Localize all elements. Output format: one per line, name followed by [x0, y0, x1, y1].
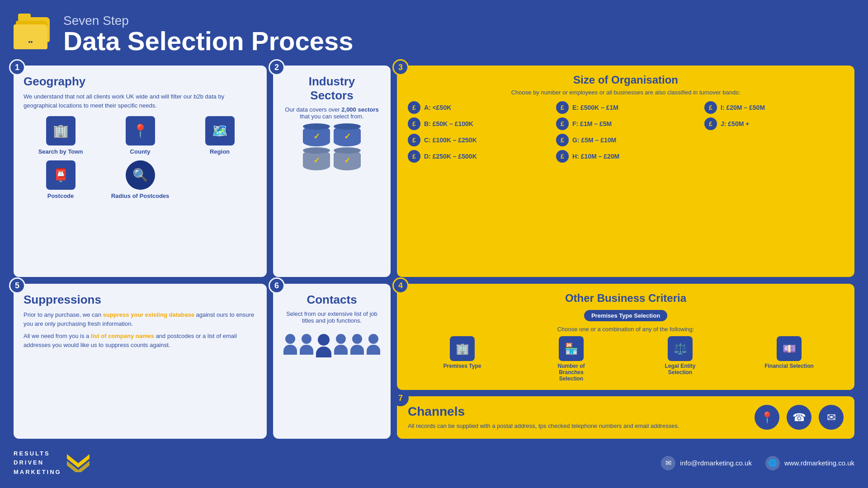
- email-text: info@rdmarketing.co.uk: [680, 459, 752, 467]
- person-6: [367, 334, 380, 357]
- size-label-c: C: £100K – £250K: [424, 136, 477, 144]
- size-e: £ E: £500K – £1M: [556, 101, 695, 114]
- footer-email: ✉ info@rdmarketing.co.uk: [661, 456, 752, 470]
- suppress-highlight: suppress your existing database: [103, 311, 194, 318]
- person-head-3: [318, 334, 330, 346]
- pound-h: £: [556, 150, 569, 163]
- footer-logo: RESULTSDRIVENMARKETING: [14, 449, 90, 477]
- industry-card: 2 IndustrySectors Our data covers over 2…: [273, 66, 391, 277]
- cylinder-4: [334, 150, 361, 170]
- size-label-i: I: £20M – £50M: [721, 104, 765, 111]
- size-f: £ F: £1M – £5M: [556, 117, 695, 130]
- geo-county: 📍 County: [103, 116, 177, 155]
- cylinder-2: [334, 126, 361, 146]
- db-icon-2: [334, 126, 361, 146]
- suppressions-title: Suppressions: [24, 293, 257, 307]
- pound-j: £: [704, 117, 717, 130]
- channels-text: Channels All records can be supplied wit…: [408, 404, 750, 431]
- criteria-legal: ⚖️ Legal Entity Selection: [656, 336, 705, 375]
- pound-d: £: [408, 150, 420, 163]
- pound-g: £: [556, 134, 569, 146]
- channel-phone-icon: ☎: [787, 405, 811, 430]
- step-2-badge: 2: [269, 59, 285, 75]
- website-text: www.rdmarketing.co.uk: [784, 459, 854, 467]
- geography-body: We understand that not all clients work …: [24, 92, 257, 110]
- database-icons: [303, 126, 361, 170]
- size-card: 3 Size of Organisation Choose by number …: [397, 66, 854, 277]
- person-body-2: [300, 345, 313, 355]
- contacts-title: Contacts: [307, 293, 357, 307]
- step-1-badge: 1: [9, 59, 25, 75]
- town-icon: 🏢: [46, 116, 75, 145]
- size-label-d: D: £250K – £500K: [424, 153, 477, 160]
- channels-card: 7 Channels All records can be supplied w…: [397, 396, 854, 439]
- other-criteria-card: 4 Other Business Criteria Premises Type …: [397, 284, 854, 390]
- region-icon: 🗺️: [205, 116, 235, 145]
- size-h: £ H: £10M – £20M: [556, 150, 695, 163]
- cylinder-3: [303, 150, 330, 170]
- main-container: Seven Step Data Selection Process 1 Geog…: [0, 0, 868, 488]
- size-label-h: H: £10M – £20M: [572, 153, 619, 160]
- channel-location-icon: 📍: [755, 405, 779, 430]
- size-title: Size of Organisation: [408, 74, 844, 86]
- channels-body: All records can be supplied with a posta…: [408, 422, 750, 431]
- suppressions-body1: Prior to any purchase, we can suppress y…: [24, 310, 257, 328]
- step-6-badge: 6: [269, 277, 285, 294]
- geography-title: Geography: [24, 75, 257, 89]
- footer: RESULTSDRIVENMARKETING ✉ info@rdmarketin…: [14, 446, 854, 479]
- folder-icon: [14, 17, 54, 51]
- legal-label: Legal Entity Selection: [656, 363, 705, 375]
- db-icon-4: [334, 150, 361, 170]
- db-icon-3: [303, 150, 330, 170]
- size-b: £ B: £50K – £100K: [408, 117, 547, 130]
- size-label-j: J: £50M +: [721, 120, 749, 127]
- step-7-badge: 7: [392, 390, 409, 406]
- other-title: Other Business Criteria: [408, 292, 844, 305]
- pound-a: £: [408, 101, 420, 114]
- postcode-icon: 📮: [46, 160, 75, 190]
- premises-label: Premises Type: [443, 363, 481, 369]
- person-head-5: [352, 334, 362, 344]
- company-names-highlight: list of company names: [91, 333, 154, 339]
- pound-e: £: [556, 101, 569, 114]
- person-5: [350, 334, 364, 357]
- postcode-label: Postcode: [47, 192, 74, 199]
- globe-icon: 🌐: [765, 456, 780, 470]
- geo-region: 🗺️ Region: [183, 116, 257, 155]
- size-subtitle: Choose by number or employees or all bus…: [408, 89, 844, 96]
- region-label: Region: [210, 148, 230, 155]
- contacts-card: 6 Contacts Select from our extensive lis…: [273, 284, 391, 439]
- pound-b: £: [408, 117, 420, 130]
- person-2: [300, 334, 313, 357]
- size-d: £ D: £250K – £500K: [408, 150, 547, 163]
- pound-f: £: [556, 117, 569, 130]
- geo-postcode: 📮 Postcode: [24, 160, 98, 199]
- size-c: £ C: £100K – £250K: [408, 134, 547, 146]
- person-body-1: [283, 345, 297, 355]
- size-label-f: F: £1M – £5M: [572, 120, 612, 127]
- legal-icon: ⚖️: [668, 336, 693, 361]
- step-3-badge: 3: [392, 59, 409, 75]
- db-icon-1: [303, 126, 330, 146]
- criteria-premises: 🏢 Premises Type: [438, 336, 487, 369]
- person-4: [334, 334, 348, 357]
- contacts-body: Select from our extensive list of job ti…: [283, 310, 381, 324]
- size-i: £ I: £20M – £50M: [704, 101, 844, 114]
- channel-email-icon: ✉: [819, 405, 844, 430]
- suppressions-card: 5 Suppressions Prior to any purchase, we…: [14, 284, 267, 439]
- premises-icon: 🏢: [450, 336, 475, 361]
- person-body-5: [350, 345, 364, 355]
- person-3: [316, 334, 331, 357]
- size-j: £ J: £50M +: [704, 117, 844, 130]
- pound-i: £: [704, 101, 717, 114]
- person-head-4: [336, 334, 346, 344]
- logo-chevron-icon: [67, 454, 90, 472]
- size-a: £ A: <£50K: [408, 101, 547, 114]
- county-icon: 📍: [126, 116, 155, 145]
- size-label-g: G: £5M – £10M: [572, 136, 616, 144]
- person-head-1: [285, 334, 295, 344]
- other-subtitle: Choose one or a combination of any of th…: [408, 326, 844, 333]
- radius-icon: 🔍: [126, 160, 155, 190]
- industry-title: IndustrySectors: [309, 75, 355, 103]
- step-5-badge: 5: [9, 277, 25, 294]
